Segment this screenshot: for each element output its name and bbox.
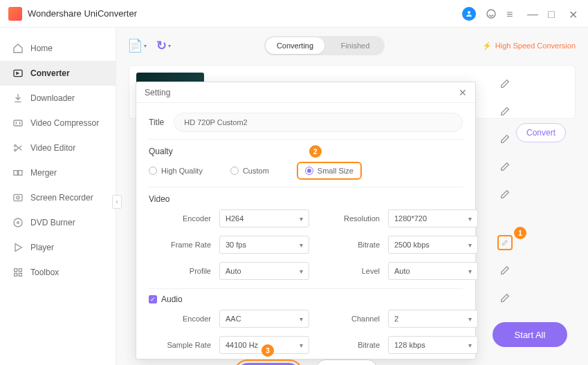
chevron-down-icon: ▾ — [144, 43, 147, 49]
audio-bitrate-label: Bitrate — [318, 341, 380, 349]
radio-label: Small Size — [318, 167, 353, 175]
video-section-label: Video — [149, 187, 463, 204]
sidebar-collapse-icon[interactable]: ‹ — [112, 195, 122, 209]
menu-icon[interactable]: ≡ — [506, 8, 517, 19]
sidebar-item-editor[interactable]: Video Editor — [0, 135, 116, 160]
maximize-icon[interactable]: □ — [548, 8, 559, 19]
edit-preset-icon-highlighted[interactable]: 1 — [497, 235, 513, 250]
sidebar-label: Downloader — [30, 93, 75, 103]
edit-preset-icon[interactable] — [497, 131, 513, 147]
user-avatar-icon[interactable] — [462, 7, 476, 21]
support-icon[interactable] — [486, 8, 497, 19]
minimize-icon[interactable]: — — [527, 8, 538, 19]
convert-button[interactable]: Convert — [516, 123, 566, 142]
add-file-button[interactable]: 📄▾ — [129, 37, 145, 54]
audio-checkbox[interactable]: ✓ — [149, 295, 157, 303]
edit-preset-icon[interactable] — [497, 104, 513, 119]
svg-point-10 — [14, 218, 22, 227]
modal-header: Setting ✕ — [136, 82, 475, 103]
sidebar-label: Video Compressor — [30, 118, 99, 128]
modal-close-icon[interactable]: ✕ — [459, 87, 467, 98]
svg-rect-3 — [14, 120, 22, 126]
sidebar-item-converter[interactable]: Converter — [0, 61, 116, 86]
toolbar: 📄▾ ↻▾ Converting Finished ⚡High Speed Co… — [129, 36, 576, 55]
converter-icon — [12, 68, 24, 79]
audio-section: ✓ Audio — [149, 288, 463, 304]
channel-select[interactable]: 2 — [388, 310, 478, 328]
radio-small-size[interactable]: Small Size — [305, 167, 353, 175]
app-logo-icon — [8, 7, 22, 21]
sidebar-item-recorder[interactable]: Screen Recorder — [0, 185, 116, 210]
radio-custom[interactable]: Custom — [230, 167, 269, 175]
home-icon — [12, 43, 24, 54]
scissors-icon — [12, 142, 24, 153]
start-all-button[interactable]: Start All — [493, 322, 567, 347]
edit-preset-icon[interactable] — [497, 290, 513, 306]
chevron-down-icon: ▾ — [168, 43, 171, 49]
cancel-button[interactable]: Cancel — [315, 359, 378, 365]
edit-preset-icon[interactable] — [497, 159, 513, 174]
download-icon — [12, 93, 24, 104]
framerate-label: Frame Rate — [149, 241, 211, 249]
annotation-1: 1 — [514, 227, 526, 239]
app-title: Wondershare UniConverter — [28, 8, 137, 19]
profile-label: Profile — [149, 267, 211, 275]
audio-bitrate-select[interactable]: 128 kbps — [388, 336, 478, 354]
edit-preset-icon[interactable] — [497, 187, 513, 202]
radio-high-quality[interactable]: High Quality — [149, 167, 203, 175]
high-speed-toggle[interactable]: ⚡High Speed Conversion — [482, 41, 576, 50]
audio-encoder-select[interactable]: AAC — [219, 310, 309, 328]
resolution-label: Resolution — [318, 214, 380, 223]
video-encoder-select[interactable]: H264 — [219, 209, 309, 227]
sidebar-label: Toolbox — [30, 268, 59, 277]
record-icon — [12, 192, 24, 203]
edit-icons-column: 1 — [491, 76, 519, 306]
close-icon[interactable]: ✕ — [569, 8, 580, 19]
encoder-label: Encoder — [149, 214, 211, 223]
sidebar-item-compressor[interactable]: Video Compressor — [0, 111, 116, 135]
profile-select[interactable]: Auto — [219, 262, 309, 280]
resolution-select[interactable]: 1280*720 — [388, 209, 478, 227]
compress-icon — [12, 118, 24, 129]
sidebar-label: Screen Recorder — [30, 193, 93, 203]
edit-preset-icon[interactable] — [497, 76, 513, 91]
radio-small-size-highlight: Small Size 2 — [297, 162, 362, 180]
audio-encoder-label: Encoder — [149, 315, 211, 323]
sidebar-item-dvd[interactable]: DVD Burner — [0, 210, 116, 235]
annotation-2: 2 — [309, 145, 322, 158]
level-select[interactable]: Auto — [388, 262, 478, 280]
play-icon — [12, 242, 24, 253]
video-bitrate-select[interactable]: 2500 kbps — [388, 236, 478, 254]
merge-icon — [12, 167, 24, 178]
audio-section-label: Audio — [161, 294, 183, 304]
svg-point-9 — [17, 196, 19, 199]
refresh-add-icon: ↻ — [156, 38, 167, 53]
sidebar-item-toolbox[interactable]: Toolbox — [0, 260, 116, 285]
annotation-3: 3 — [261, 344, 274, 357]
title-label: Title — [149, 118, 164, 127]
svg-point-5 — [15, 149, 17, 151]
framerate-select[interactable]: 30 fps — [219, 236, 309, 254]
sidebar-item-player[interactable]: Player — [0, 235, 116, 260]
sidebar-item-merger[interactable]: Merger — [0, 160, 116, 185]
sidebar-item-downloader[interactable]: Downloader — [0, 86, 116, 111]
sidebar-label: Video Editor — [30, 143, 75, 153]
tab-converting[interactable]: Converting — [266, 37, 324, 54]
tab-finished[interactable]: Finished — [326, 36, 385, 55]
settings-modal: Setting ✕ Title Qualty High Quality Cust… — [136, 82, 476, 359]
hsc-label: High Speed Conversion — [495, 41, 576, 50]
svg-rect-7 — [19, 171, 22, 176]
svg-point-0 — [468, 11, 470, 14]
sidebar-label: DVD Burner — [30, 218, 75, 227]
radio-label: Custom — [243, 167, 269, 175]
sidebar-item-home[interactable]: Home — [0, 36, 116, 61]
svg-rect-15 — [15, 273, 17, 276]
sidebar-label: Converter — [30, 68, 70, 78]
svg-marker-12 — [15, 244, 21, 252]
add-url-button[interactable]: ↻▾ — [155, 37, 172, 54]
sidebar-label: Merger — [30, 168, 57, 178]
edit-preset-icon[interactable] — [497, 263, 513, 278]
titlebar: Wondershare UniConverter ≡ — □ ✕ — [0, 0, 588, 28]
svg-rect-6 — [14, 171, 17, 176]
title-input[interactable] — [174, 113, 463, 132]
